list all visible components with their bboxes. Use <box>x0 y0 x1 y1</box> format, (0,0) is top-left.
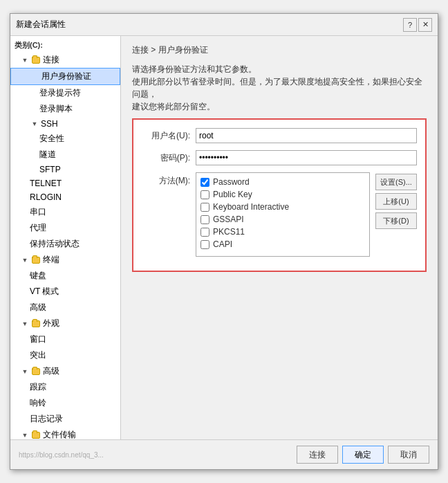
form-section: 用户名(U): 密码(P): 方法(M): Password <box>132 118 427 272</box>
toggle-terminal: ▼ <box>20 255 30 265</box>
checkbox-password[interactable] <box>200 178 209 187</box>
sidebar-item-rlogin[interactable]: RLOGIN <box>10 190 120 204</box>
up-button[interactable]: 上移(U) <box>375 193 417 210</box>
toggle-filetransfer: ▼ <box>20 430 30 440</box>
sidebar-item-sftp[interactable]: SFTP <box>10 163 120 176</box>
title-buttons: ? ✕ <box>403 18 432 32</box>
desc-line2: 使用此部分以节省登录时间。但是，为了最大限度地提高安全性，如果担心安全问题， <box>132 75 427 100</box>
sidebar-item-appearance[interactable]: ▼ 外观 <box>10 316 120 331</box>
password-label: 密码(P): <box>142 152 190 164</box>
sidebar-item-telnet[interactable]: TELNET <box>10 176 120 190</box>
sidebar-item-keyboard[interactable]: 键盘 <box>10 268 120 284</box>
desc-line3: 建议您将此部分留空。 <box>132 100 427 113</box>
label-keyboard-interactive: Keyboard Interactive <box>213 202 289 212</box>
sidebar-item-filetransfer[interactable]: ▼ 文件传输 <box>10 427 120 439</box>
sidebar-item-login-script[interactable]: 登录脚本 <box>10 101 120 117</box>
folder-icon-filetransfer <box>31 430 41 440</box>
sidebar-item-advanced-terminal[interactable]: 高级 <box>10 300 120 316</box>
method-row: 方法(M): Password Public Key Keyboard I <box>142 172 417 257</box>
sidebar-item-port[interactable]: 串口 <box>10 204 120 220</box>
main-content: 连接 > 用户身份验证 请选择身份验证方法和其它参数。 使用此部分以节省登录时间… <box>121 36 438 439</box>
toggle-ssh: ▼ <box>30 119 39 129</box>
sidebar-item-connection[interactable]: ▼ 连接 <box>10 52 120 68</box>
checkbox-pkcs11[interactable] <box>200 228 209 237</box>
method-box: Password Public Key Keyboard Interactive <box>196 172 370 257</box>
method-pkcs11: PKCS11 <box>200 227 365 237</box>
checkbox-gssapi[interactable] <box>200 215 209 224</box>
method-password: Password <box>200 177 365 187</box>
sidebar-item-vt-mode[interactable]: VT 模式 <box>10 284 120 300</box>
method-public-key: Public Key <box>200 190 365 199</box>
toggle-user-auth <box>30 72 40 82</box>
label-gssapi: GSSAPI <box>213 215 244 224</box>
method-label: 方法(M): <box>142 175 190 187</box>
side-buttons: 设置(S)... 上移(U) 下移(D) <box>375 172 417 229</box>
sidebar-item-proxy[interactable]: 代理 <box>10 220 120 236</box>
label-capi: CAPI <box>213 239 232 249</box>
sidebar-item-advanced2[interactable]: ▼ 高级 <box>10 363 120 379</box>
sidebar-item-ssh[interactable]: ▼ SSH <box>10 117 120 131</box>
label-pkcs11: PKCS11 <box>213 227 245 237</box>
sidebar-item-highlight[interactable]: 突出 <box>10 347 120 363</box>
sidebar-item-bell[interactable]: 响铃 <box>10 395 120 411</box>
label-password: Password <box>213 177 250 187</box>
desc-line1: 请选择身份验证方法和其它参数。 <box>132 63 427 75</box>
method-gssapi: GSSAPI <box>200 215 365 224</box>
settings-button[interactable]: 设置(S)... <box>375 174 417 190</box>
sidebar-item-terminal[interactable]: ▼ 终端 <box>10 252 120 268</box>
dialog-footer: https://blog.csdn.net/qq_3... 连接 确定 取消 <box>10 439 438 469</box>
folder-icon-connection <box>31 55 41 65</box>
username-input[interactable] <box>196 128 417 143</box>
watermark: https://blog.csdn.net/qq_3... <box>19 451 104 459</box>
checkbox-public-key[interactable] <box>200 190 209 199</box>
sidebar-item-user-auth[interactable]: 用户身份验证 <box>10 68 120 85</box>
password-row: 密码(P): <box>142 150 417 165</box>
dialog-body: 类别(C): ▼ 连接 用户身份验证 登录提示符 <box>10 36 438 439</box>
folder-icon-advanced2 <box>31 367 41 376</box>
label-public-key: Public Key <box>213 190 252 199</box>
breadcrumb: 连接 > 用户身份验证 <box>132 44 427 56</box>
down-button[interactable]: 下移(D) <box>375 212 417 229</box>
checkbox-capi[interactable] <box>200 240 209 249</box>
dialog-title: 新建会话属性 <box>16 19 66 30</box>
folder-icon-terminal <box>31 255 41 265</box>
method-keyboard-interactive: Keyboard Interactive <box>200 202 365 212</box>
sidebar-item-security[interactable]: 安全性 <box>10 131 120 147</box>
sidebar-item-log[interactable]: 日志记录 <box>10 411 120 427</box>
description: 请选择身份验证方法和其它参数。 使用此部分以节省登录时间。但是，为了最大限度地提… <box>132 63 427 113</box>
sidebar-item-login-prompt[interactable]: 登录提示符 <box>10 85 120 101</box>
ok-button[interactable]: 确定 <box>342 446 384 464</box>
checkbox-keyboard-interactive[interactable] <box>200 203 209 212</box>
toggle-advanced2: ▼ <box>20 367 30 376</box>
sidebar-item-window[interactable]: 窗口 <box>10 331 120 347</box>
toggle-connection: ▼ <box>20 55 30 65</box>
category-label: 类别(C): <box>10 39 120 52</box>
username-label: 用户名(U): <box>142 130 190 142</box>
dialog-window: 新建会话属性 ? ✕ 类别(C): ▼ 连接 用户身份验证 <box>10 13 438 470</box>
close-button[interactable]: ✕ <box>418 18 432 32</box>
help-button[interactable]: ? <box>403 18 417 32</box>
method-capi: CAPI <box>200 239 365 249</box>
toggle-appearance: ▼ <box>20 319 30 329</box>
sidebar-item-keepalive[interactable]: 保持活动状态 <box>10 236 120 252</box>
sidebar: 类别(C): ▼ 连接 用户身份验证 登录提示符 <box>10 36 121 439</box>
folder-icon-appearance <box>31 319 41 329</box>
cancel-button[interactable]: 取消 <box>388 446 429 464</box>
username-row: 用户名(U): <box>142 128 417 143</box>
title-bar: 新建会话属性 ? ✕ <box>10 14 438 36</box>
sidebar-item-tunnel[interactable]: 隧道 <box>10 147 120 163</box>
sidebar-item-tracking[interactable]: 跟踪 <box>10 379 120 395</box>
connect-button[interactable]: 连接 <box>297 446 338 464</box>
password-input[interactable] <box>196 150 417 165</box>
